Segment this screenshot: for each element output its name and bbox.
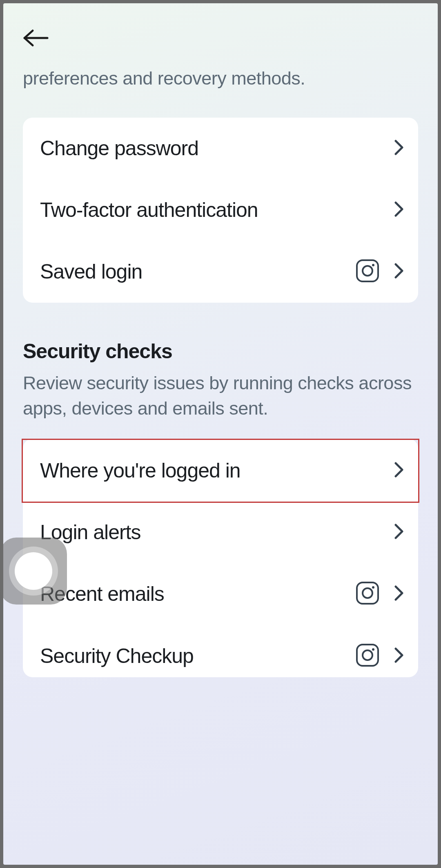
saved-login-row[interactable]: Saved login [23, 241, 418, 303]
arrow-left-icon [23, 29, 49, 47]
row-label: Where you're logged in [40, 458, 394, 484]
chevron-right-icon [394, 263, 403, 280]
security-checks-title: Security checks [23, 339, 418, 363]
security-checkup-row[interactable]: Security Checkup [23, 625, 418, 677]
svg-rect-7 [357, 645, 378, 666]
login-alerts-row[interactable]: Login alerts [23, 502, 418, 563]
svg-point-6 [372, 586, 374, 589]
svg-rect-1 [357, 260, 378, 281]
chevron-right-icon [394, 524, 403, 541]
page-subtitle: preferences and recovery methods. [23, 68, 418, 89]
row-label: Saved login [40, 259, 355, 285]
svg-rect-4 [357, 582, 378, 604]
chevron-right-icon [394, 201, 403, 219]
change-password-row[interactable]: Change password [23, 118, 418, 179]
row-label: Security Checkup [40, 643, 355, 669]
back-button[interactable] [23, 28, 49, 48]
chevron-right-icon [394, 462, 403, 479]
chevron-right-icon [394, 140, 403, 157]
svg-point-2 [363, 266, 372, 276]
login-security-card: Change password Two-factor authenticatio… [23, 118, 418, 303]
instagram-icon [355, 643, 380, 669]
security-checks-card: Where you're logged in Login alerts Rece… [23, 439, 418, 677]
row-label: Change password [40, 136, 394, 161]
chevron-right-icon [394, 585, 403, 602]
security-checks-description: Review security issues by running checks… [23, 370, 418, 421]
recent-emails-row[interactable]: Recent emails [23, 563, 418, 625]
row-label: Two-factor authentication [40, 197, 394, 223]
assistive-touch-button[interactable] [0, 538, 67, 605]
svg-point-3 [372, 264, 374, 266]
where-logged-in-row[interactable]: Where you're logged in [22, 439, 419, 503]
instagram-icon [355, 259, 380, 285]
chevron-right-icon [394, 647, 403, 665]
row-label: Login alerts [40, 520, 394, 545]
svg-point-8 [363, 650, 372, 660]
svg-point-5 [363, 588, 372, 598]
svg-point-9 [372, 648, 374, 651]
assistive-touch-inner [15, 552, 52, 590]
two-factor-auth-row[interactable]: Two-factor authentication [23, 179, 418, 241]
instagram-icon [355, 581, 380, 607]
row-label: Recent emails [40, 581, 355, 607]
